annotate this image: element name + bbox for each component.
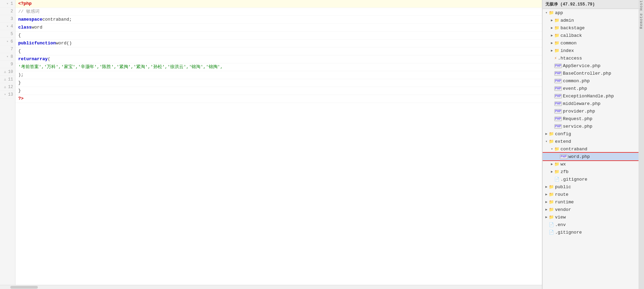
tree-item-contraband[interactable]: ▾📁contraband	[543, 145, 639, 153]
tree-expand-arrow[interactable]: ▶	[544, 200, 549, 204]
tree-item-label: .htaccess	[558, 56, 582, 61]
tree-item-view[interactable]: ▶📁view	[543, 213, 639, 221]
line-number-6: ▿6	[0, 38, 15, 45]
line-num-label: 13	[8, 92, 13, 97]
tree-expand-arrow[interactable]: ▶	[544, 215, 549, 219]
tree-expand-arrow[interactable]: ▶	[549, 162, 554, 166]
line-num-label: 8	[11, 54, 13, 59]
code-line-11[interactable]: }	[15, 79, 542, 87]
code-line-8[interactable]: return array(	[15, 55, 542, 63]
fold-close-arrow[interactable]: △	[3, 85, 7, 89]
tree-item-backstage[interactable]: ▶📁backstage	[543, 24, 639, 32]
tree-expand-arrow[interactable]: ▶	[549, 49, 554, 53]
tree-item-label: vendor	[555, 207, 571, 212]
line-num-label: 3	[11, 17, 13, 21]
code-line-3[interactable]: namespace contraband;	[15, 16, 542, 24]
fold-open-arrow[interactable]: ▿	[3, 93, 7, 96]
tree-item-label: contraband	[560, 147, 587, 152]
code-line-9[interactable]: '考前答案','万科','家宝','辛灏年','陈胜','紧掏','紧淘','孙…	[15, 63, 542, 71]
php-file-icon: PHP	[554, 79, 562, 83]
tree-item-gitignore_extend[interactable]: 📄.gitignore	[543, 175, 639, 183]
tree-expand-arrow[interactable]: ▾	[549, 147, 554, 151]
tree-item-middleware[interactable]: PHPmiddleware.php	[543, 100, 639, 107]
tree-item-label: Request.php	[563, 116, 592, 121]
folder-icon: 📁	[554, 48, 559, 53]
code-line-1[interactable]: <?php	[15, 0, 542, 8]
tree-item-label: extend	[555, 139, 571, 144]
tree-item-BaseController[interactable]: PHPBaseController.php	[543, 69, 639, 77]
tree-expand-arrow[interactable]: ▶	[544, 192, 549, 196]
tree-item-wx[interactable]: ▶📁wx	[543, 160, 639, 168]
code-line-4[interactable]: class word	[15, 24, 542, 32]
code-line-5[interactable]: {	[15, 32, 542, 40]
line-number-11: △11	[0, 76, 15, 83]
fold-open-arrow[interactable]: ▿	[6, 40, 9, 43]
code-line-7[interactable]: {	[15, 47, 542, 55]
tree-item-label: zfb	[560, 169, 568, 174]
folder-icon: 📁	[549, 215, 554, 220]
tree-item-htaccess[interactable]: ⚡.htaccess	[543, 54, 639, 62]
tree-item-label: common	[560, 41, 577, 46]
fold-close-arrow[interactable]: △	[3, 78, 7, 81]
tree-expand-arrow[interactable]: ▶	[549, 170, 554, 174]
tree-expand-arrow[interactable]: ▾	[544, 11, 549, 15]
code-line-2[interactable]: // 敏感词	[15, 8, 542, 16]
tree-item-admin[interactable]: ▶📁admin	[543, 17, 639, 24]
tree-item-common[interactable]: ▶📁common	[543, 39, 639, 47]
fold-close-arrow[interactable]: △	[3, 70, 7, 74]
tree-item-zfb[interactable]: ▶📁zfb	[543, 168, 639, 175]
file-icon: 📄	[549, 230, 554, 235]
folder-icon: 📁	[549, 131, 554, 137]
tree-item-service[interactable]: PHPservice.php	[543, 122, 639, 130]
tree-item-common_php[interactable]: PHPcommon.php	[543, 77, 639, 85]
tree-item-vendor[interactable]: ▶📁vendor	[543, 206, 639, 213]
tree-expand-arrow[interactable]: ▶	[549, 41, 554, 45]
fold-open-arrow[interactable]: ▿	[6, 2, 9, 6]
tree-item-gitignore_root[interactable]: 📄.gitignore	[543, 228, 639, 236]
tree-item-extend[interactable]: ▾📁extend	[543, 138, 639, 145]
tree-item-label: service.php	[563, 124, 592, 129]
tree-item-label: event.php	[563, 86, 587, 91]
tree-item-env[interactable]: 📄.env	[543, 221, 639, 228]
tree-expand-arrow[interactable]: ▶	[544, 132, 549, 136]
line-num-label: 9	[11, 62, 13, 67]
code-lines: <?php// 敏感词namespace contraband;class wo…	[15, 0, 542, 285]
code-line-12[interactable]: }	[15, 87, 542, 95]
tree-expand-arrow[interactable]: ▶	[549, 18, 554, 22]
fold-open-arrow[interactable]: ▿	[6, 25, 9, 28]
scrollbar-thumb[interactable]	[10, 286, 38, 289]
tree-item-AppService[interactable]: PHPAppService.php	[543, 62, 639, 69]
tree-item-public[interactable]: ▶📁public	[543, 183, 639, 191]
tree-item-runtime[interactable]: ▶📁runtime	[543, 198, 639, 206]
tree-item-callback[interactable]: ▶📁callback	[543, 32, 639, 39]
line-num-label: 7	[11, 47, 13, 52]
tree-item-Request[interactable]: PHPRequest.php	[543, 115, 639, 122]
tree-expand-arrow[interactable]: ▶	[549, 26, 554, 30]
folder-icon: 📁	[549, 200, 554, 205]
tree-item-label: index	[560, 48, 574, 53]
tree-item-label: backstage	[560, 25, 585, 31]
tree-item-ExceptionHandle[interactable]: PHPExceptionHandle.php	[543, 92, 639, 100]
tree-item-provider[interactable]: PHPprovider.php	[543, 107, 639, 115]
line-number-2: 2	[0, 8, 15, 15]
tree-item-event[interactable]: PHPevent.php	[543, 85, 639, 92]
file-tree: 无极净 (47.92.155.79) ▾📁app▶📁admin▶📁backsta…	[542, 0, 639, 289]
line-number-9: 9	[0, 61, 15, 68]
tree-expand-arrow[interactable]: ▶	[549, 33, 554, 38]
tree-item-label: wx	[560, 162, 566, 167]
tree-item-route[interactable]: ▶📁route	[543, 191, 639, 198]
tree-expand-arrow[interactable]: ▶	[544, 185, 549, 189]
tree-item-index[interactable]: ▶📁index	[543, 47, 639, 54]
code-line-13[interactable]: ?>	[15, 95, 542, 103]
code-line-10[interactable]: );	[15, 71, 542, 79]
tree-item-config[interactable]: ▶📁config	[543, 130, 639, 138]
tree-expand-arrow[interactable]: ▶	[544, 207, 549, 212]
fold-open-arrow[interactable]: ▿	[6, 55, 9, 58]
code-line-6[interactable]: public function word()	[15, 40, 542, 47]
horizontal-scrollbar[interactable]	[0, 285, 542, 289]
php-file-icon: PHP	[554, 109, 562, 114]
tree-item-app[interactable]: ▾📁app	[543, 9, 639, 17]
code-container: ▿123▿45▿67▿89△10△11△12▿13 <?php// 敏感词nam…	[0, 0, 542, 285]
tree-expand-arrow[interactable]: ▾	[544, 139, 549, 143]
tree-item-word_php[interactable]: PHPword.php	[543, 153, 639, 160]
